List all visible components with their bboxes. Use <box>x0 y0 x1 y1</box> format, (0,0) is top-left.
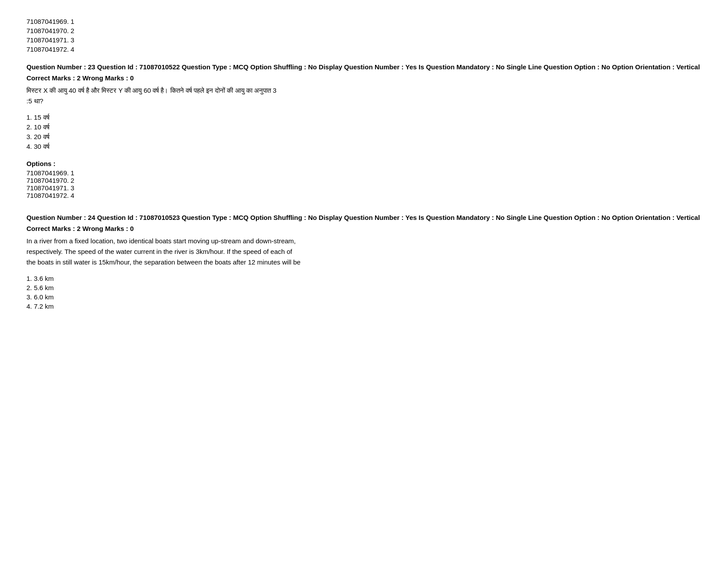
question-23-options-list: 1. 15 वर्ष 2. 10 वर्ष 3. 20 वर्ष 4. 30 व… <box>26 113 702 151</box>
question-23-text-line1: मिस्टर X की आयु 40 वर्ष है और मिस्टर Y क… <box>26 87 276 94</box>
question-23-text: मिस्टर X की आयु 40 वर्ष है और मिस्टर Y क… <box>26 85 702 106</box>
option-24-4: 4. 7.2 km <box>26 302 702 310</box>
question-23-option-id-3: 71087041971. 3 <box>26 184 702 192</box>
prev-option-id-2: 71087041970. 2 <box>26 27 702 34</box>
question-23-marks: Correct Marks : 2 Wrong Marks : 0 <box>26 74 702 82</box>
option-23-1: 1. 15 वर्ष <box>26 113 702 121</box>
prev-options-section: 71087041969. 1 71087041970. 2 7108704197… <box>26 18 702 53</box>
option-24-2: 2. 5.6 km <box>26 284 702 291</box>
question-24-section: Question Number : 24 Question Id : 71087… <box>26 212 702 310</box>
option-24-3: 3. 6.0 km <box>26 293 702 301</box>
option-23-2: 2. 10 वर्ष <box>26 123 702 131</box>
question-24-text-line3: the boats in still water is 15km/hour, t… <box>26 258 300 266</box>
option-23-4: 4. 30 वर्ष <box>26 143 702 151</box>
question-24-marks: Correct Marks : 2 Wrong Marks : 0 <box>26 225 702 232</box>
question-23-option-id-4: 71087041972. 4 <box>26 192 702 199</box>
option-23-3: 3. 20 वर्ष <box>26 133 702 141</box>
question-23-option-id-1: 71087041969. 1 <box>26 169 702 177</box>
question-24-meta: Question Number : 24 Question Id : 71087… <box>26 212 702 223</box>
question-24-text-line2: respectively. The speed of the water cur… <box>26 248 292 255</box>
prev-option-id-4: 71087041972. 4 <box>26 45 702 53</box>
question-24-text-line1: In a river from a fixed location, two id… <box>26 237 296 245</box>
question-23-meta: Question Number : 23 Question Id : 71087… <box>26 62 702 72</box>
question-23-text-line2: :5 था? <box>26 97 43 105</box>
question-24-options-list: 1. 3.6 km 2. 5.6 km 3. 6.0 km 4. 7.2 km <box>26 275 702 310</box>
prev-option-id-3: 71087041971. 3 <box>26 36 702 44</box>
prev-option-id-1: 71087041969. 1 <box>26 18 702 25</box>
question-23-option-id-2: 71087041970. 2 <box>26 177 702 184</box>
option-24-1: 1. 3.6 km <box>26 275 702 282</box>
question-23-section: Question Number : 23 Question Id : 71087… <box>26 62 702 199</box>
question-23-options-header: Options : <box>26 160 702 167</box>
question-24-text: In a river from a fixed location, two id… <box>26 236 702 268</box>
